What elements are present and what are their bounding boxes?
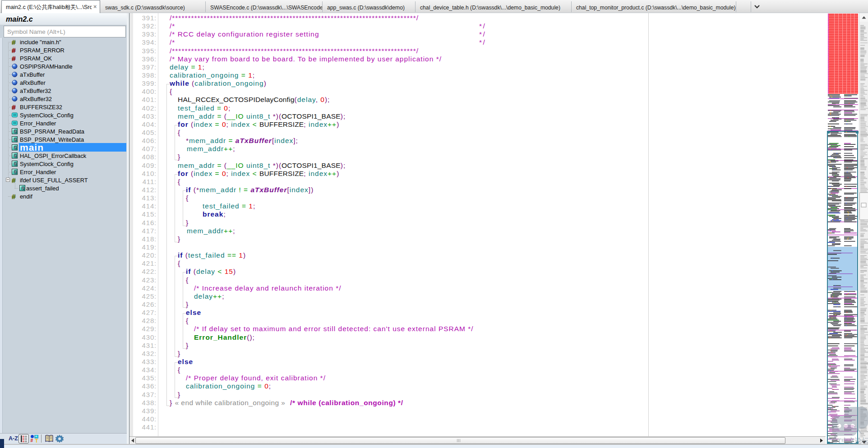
svg-text:#: # <box>12 39 16 45</box>
svg-text:T: T <box>35 439 38 443</box>
svg-text:#: # <box>12 47 16 53</box>
svg-text:#: # <box>12 193 16 199</box>
svg-text:#: # <box>12 55 16 61</box>
svg-text:#: # <box>31 438 33 443</box>
svg-text:#: # <box>12 104 16 110</box>
